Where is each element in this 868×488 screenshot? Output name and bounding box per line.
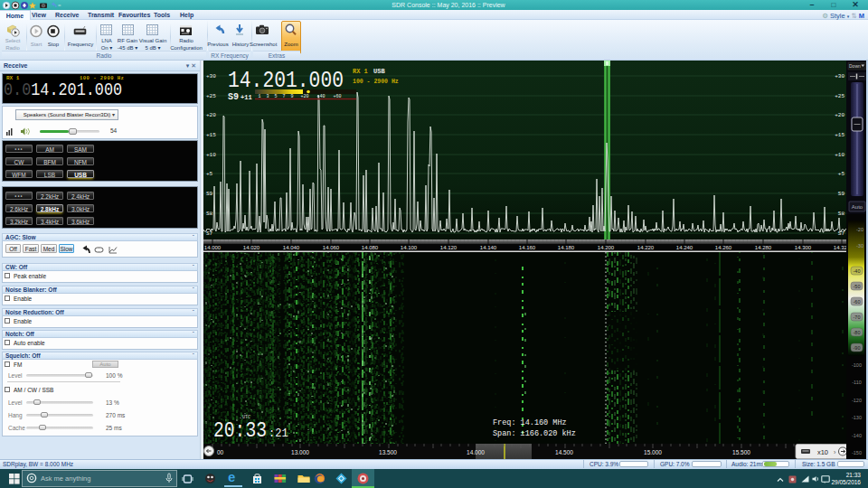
svg-text:-130: -130: [852, 415, 862, 420]
svg-text:14.280: 14.280: [755, 245, 772, 250]
svg-text:+40: +40: [316, 94, 325, 99]
svg-text:+15: +15: [835, 132, 844, 138]
svg-text:100 - 2900 Hz: 100 - 2900 Hz: [353, 79, 399, 85]
svg-text:14.100: 14.100: [401, 245, 418, 250]
svg-text:14.120: 14.120: [440, 245, 458, 250]
svg-text:+20: +20: [835, 112, 844, 118]
svg-text:-70: -70: [854, 314, 861, 320]
svg-text:S8: S8: [206, 211, 213, 217]
svg-text:9: 9: [290, 94, 293, 99]
svg-text:S9: S9: [838, 191, 845, 197]
svg-text:14.000: 14.000: [467, 449, 485, 455]
svg-text:+5: +5: [838, 171, 845, 177]
svg-text:14.080: 14.080: [362, 245, 379, 250]
svg-text:7: 7: [282, 94, 285, 99]
svg-text:14.240: 14.240: [676, 245, 693, 250]
svg-text:13.000: 13.000: [291, 449, 309, 455]
svg-text:+20: +20: [206, 112, 216, 118]
svg-text:14.140: 14.140: [480, 245, 497, 250]
svg-text:-30: -30: [856, 243, 863, 249]
svg-text:-100: -100: [852, 362, 862, 368]
svg-text:-140: -140: [852, 433, 862, 438]
svg-text:3: 3: [266, 94, 269, 99]
svg-text:14.020: 14.020: [243, 245, 260, 250]
svg-text:15.500: 15.500: [732, 449, 750, 455]
svg-text:14.000: 14.000: [204, 245, 222, 250]
svg-text:-120: -120: [852, 398, 862, 403]
svg-text:Down: Down: [849, 63, 861, 69]
svg-text:+30: +30: [835, 73, 844, 80]
svg-text:-50: -50: [854, 284, 861, 289]
svg-text:UTC: UTC: [242, 415, 250, 420]
svg-text:14.160: 14.160: [519, 245, 536, 250]
svg-text:Freq: 14.160 MHz: Freq: 14.160 MHz: [493, 418, 567, 427]
svg-text:-40: -40: [854, 268, 861, 274]
svg-text:-60: -60: [854, 299, 861, 305]
svg-text:14.220: 14.220: [637, 245, 655, 250]
svg-text:5: 5: [274, 94, 277, 99]
svg-text:+30: +30: [206, 73, 216, 80]
svg-text:+11: +11: [241, 94, 252, 101]
svg-text:00: 00: [217, 449, 224, 455]
svg-text:S8: S8: [838, 211, 845, 217]
svg-text:+5: +5: [206, 171, 213, 177]
svg-text:14.200: 14.200: [598, 245, 615, 250]
svg-text:1: 1: [258, 94, 260, 99]
svg-text:20:33: 20:33: [213, 418, 267, 443]
svg-text:14.500: 14.500: [555, 449, 573, 455]
svg-text::21: :21: [269, 427, 288, 440]
svg-text:+20: +20: [300, 94, 308, 99]
svg-text:+15: +15: [206, 132, 216, 138]
svg-text:14.300: 14.300: [795, 245, 812, 250]
svg-text:15.000: 15.000: [644, 449, 662, 455]
svg-text:-80: -80: [854, 330, 861, 335]
svg-text:S7: S7: [206, 230, 213, 237]
svg-text:-110: -110: [852, 380, 862, 385]
svg-text:-150: -150: [852, 450, 862, 455]
svg-text:+25: +25: [835, 93, 844, 99]
svg-text:-90: -90: [854, 345, 861, 351]
svg-text:x10: x10: [817, 448, 828, 456]
svg-text:13.500: 13.500: [379, 449, 397, 455]
svg-text:RX 1: RX 1: [353, 68, 368, 75]
svg-text:-20: -20: [856, 227, 863, 232]
svg-text:14.180: 14.180: [558, 245, 575, 250]
svg-text:USB: USB: [373, 68, 385, 75]
svg-text:+25: +25: [206, 93, 216, 99]
svg-text:+10: +10: [206, 152, 216, 158]
svg-text:+60: +60: [333, 94, 341, 99]
svg-text:Auto: Auto: [852, 204, 863, 210]
svg-text:S9: S9: [228, 92, 239, 102]
svg-text:14.260: 14.260: [715, 245, 732, 250]
svg-text:14.060: 14.060: [323, 245, 340, 250]
svg-text:Span: ±166.020 kHz: Span: ±166.020 kHz: [493, 429, 576, 438]
svg-text:S9: S9: [206, 191, 213, 197]
svg-text:+10: +10: [835, 152, 844, 158]
svg-text:14.040: 14.040: [283, 245, 300, 250]
svg-text:S7: S7: [838, 230, 845, 237]
